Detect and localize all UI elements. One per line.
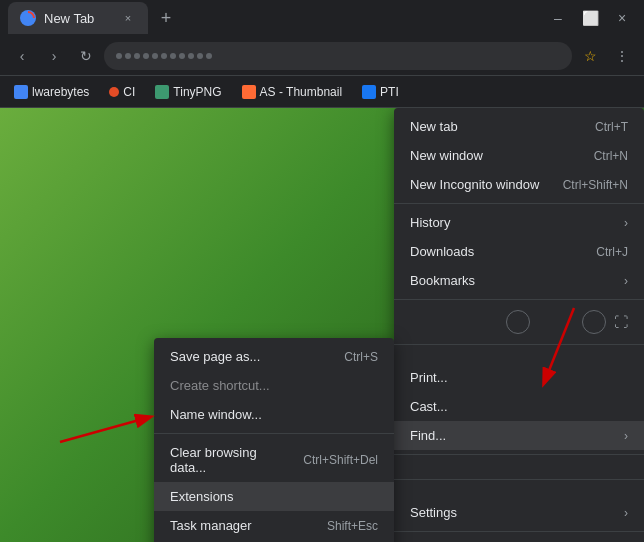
menu-item-shortcut: Ctrl+S: [344, 350, 378, 364]
bookmark-favicon: [109, 87, 119, 97]
submenu-item-extensions[interactable]: Extensions: [154, 482, 394, 511]
menu-item-label: Create shortcut...: [170, 378, 378, 393]
maximize-button[interactable]: ⬜: [576, 4, 604, 32]
menu-item-new-window[interactable]: New window Ctrl+N: [394, 141, 644, 170]
menu-divider: [394, 454, 644, 455]
bookmark-favicon: [362, 85, 376, 99]
menu-item-shortcut: Ctrl+N: [594, 149, 628, 163]
bookmark-label: lwarebytes: [32, 85, 89, 99]
menu-item-label: Save page as...: [170, 349, 328, 364]
bookmark-favicon: [14, 85, 28, 99]
menu-item-find[interactable]: Cast...: [394, 392, 644, 421]
menu-item-label: Settings: [410, 505, 616, 520]
menu-divider: [394, 203, 644, 204]
more-tools-submenu: Save page as... Ctrl+S Create shortcut..…: [154, 338, 394, 542]
menu-item-label: New Incognito window: [410, 177, 547, 192]
cut-button[interactable]: [548, 463, 572, 471]
back-button[interactable]: ‹: [8, 42, 36, 70]
submenu-arrow-icon: ›: [624, 429, 628, 443]
tab-close-button[interactable]: ×: [120, 10, 136, 26]
main-content: New tab Ctrl+T New window Ctrl+N New Inc…: [0, 108, 644, 542]
fullscreen-button[interactable]: ⛶: [614, 314, 628, 330]
zoom-in-button[interactable]: [582, 310, 606, 334]
menu-item-label: Clear browsing data...: [170, 445, 287, 475]
menu-item-incognito[interactable]: New Incognito window Ctrl+Shift+N: [394, 170, 644, 199]
zoom-controls: [506, 310, 606, 334]
browser-tab[interactable]: New Tab ×: [8, 2, 148, 34]
menu-item-shortcut: Shift+Esc: [327, 519, 378, 533]
submenu-item-task-manager[interactable]: Task manager Shift+Esc: [154, 511, 394, 540]
menu-item-more-tools[interactable]: Find... ›: [394, 421, 644, 450]
submenu-arrow-icon: ›: [624, 506, 628, 520]
bookmark-tinypng[interactable]: TinyPNG: [149, 83, 227, 101]
menu-divider: [394, 344, 644, 345]
submenu-item-create-shortcut[interactable]: Create shortcut...: [154, 371, 394, 400]
bookmark-as-thumbnail[interactable]: AS - Thumbnail: [236, 83, 348, 101]
submenu-item-clear-browsing[interactable]: Clear browsing data... Ctrl+Shift+Del: [154, 438, 394, 482]
menu-item-label: New tab: [410, 119, 579, 134]
menu-item-label: New window: [410, 148, 578, 163]
menu-item-label: Name window...: [170, 407, 378, 422]
menu-item-history[interactable]: History ›: [394, 208, 644, 237]
menu-item-shortcut: Ctrl+Shift+Del: [303, 453, 378, 467]
menu-item-label: Downloads: [410, 244, 580, 259]
menu-item-label: Extensions: [170, 489, 378, 504]
bookmark-favicon: [242, 85, 256, 99]
copy-button[interactable]: [576, 463, 600, 471]
bookmarks-bar: lwarebytes CI TinyPNG AS - Thumbnail PTI: [0, 76, 644, 108]
bookmark-malwarebytes[interactable]: lwarebytes: [8, 83, 95, 101]
refresh-button[interactable]: ↻: [72, 42, 100, 70]
submenu-arrow-icon: ›: [624, 216, 628, 230]
browser-frame: New Tab × + – ⬜ × ‹ › ↻ ☆ ⋮ lwarebytes: [0, 0, 644, 542]
edit-row: [394, 459, 644, 475]
menu-divider: [394, 299, 644, 300]
menu-item-new-tab[interactable]: New tab Ctrl+T: [394, 112, 644, 141]
bookmark-label: TinyPNG: [173, 85, 221, 99]
bookmark-pti[interactable]: PTI: [356, 83, 405, 101]
bookmark-label: AS - Thumbnail: [260, 85, 342, 99]
submenu-item-save-page[interactable]: Save page as... Ctrl+S: [154, 342, 394, 371]
menu-item-shortcut: Ctrl+J: [596, 245, 628, 259]
submenu-item-name-window[interactable]: Name window...: [154, 400, 394, 429]
navigation-bar: ‹ › ↻ ☆ ⋮: [0, 36, 644, 76]
bookmark-star-button[interactable]: ☆: [576, 42, 604, 70]
menu-item-exit[interactable]: [394, 536, 644, 542]
bookmark-favicon: [155, 85, 169, 99]
zoom-out-button[interactable]: [506, 310, 530, 334]
menu-item-bookmarks[interactable]: Bookmarks ›: [394, 266, 644, 295]
minimize-button[interactable]: –: [544, 4, 572, 32]
edit-actions: [548, 463, 628, 471]
window-controls: – ⬜ ×: [544, 4, 636, 32]
chrome-menu: New tab Ctrl+T New window Ctrl+N New Inc…: [394, 108, 644, 542]
menu-item-settings[interactable]: [394, 484, 644, 498]
menu-item-label: Cast...: [410, 399, 612, 414]
submenu-arrow-icon: ›: [624, 274, 628, 288]
close-window-button[interactable]: ×: [608, 4, 636, 32]
title-bar: New Tab × + – ⬜ ×: [0, 0, 644, 36]
menu-item-cast[interactable]: Print...: [394, 363, 644, 392]
menu-item-label: Find...: [410, 428, 616, 443]
menu-item-shortcut: Ctrl+Shift+N: [563, 178, 628, 192]
menu-item-print[interactable]: [394, 349, 644, 363]
omnibox-decoration: [116, 53, 212, 59]
bookmark-ci[interactable]: CI: [103, 83, 141, 101]
paste-button[interactable]: [604, 463, 628, 471]
menu-item-label: History: [410, 215, 600, 230]
zoom-row: ⛶: [394, 304, 644, 340]
menu-item-help[interactable]: Settings ›: [394, 498, 644, 527]
forward-button[interactable]: ›: [40, 42, 68, 70]
menu-divider: [394, 479, 644, 480]
svg-line-4: [60, 417, 150, 442]
annotation-arrow-extensions: [50, 392, 170, 452]
menu-item-label: Task manager: [170, 518, 311, 533]
menu-item-downloads[interactable]: Downloads Ctrl+J: [394, 237, 644, 266]
address-bar[interactable]: [104, 42, 572, 70]
menu-divider: [394, 531, 644, 532]
menu-item-shortcut: Ctrl+T: [595, 120, 628, 134]
menu-item-label: Print...: [410, 370, 628, 385]
menu-button[interactable]: ⋮: [608, 42, 636, 70]
bookmark-label: CI: [123, 85, 135, 99]
tab-title: New Tab: [44, 11, 112, 26]
bookmark-label: PTI: [380, 85, 399, 99]
new-tab-button[interactable]: +: [152, 4, 180, 32]
